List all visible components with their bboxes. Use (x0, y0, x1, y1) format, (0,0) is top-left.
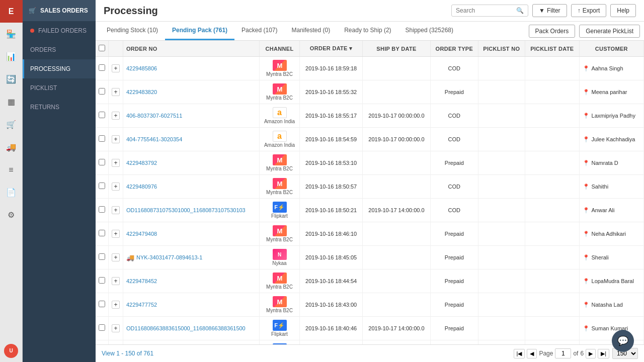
generate-picklist-button[interactable]: Generate PickList (579, 25, 640, 38)
tab-manifested[interactable]: Manifested (0) (284, 22, 337, 40)
row-checkbox-cell[interactable] (96, 199, 109, 222)
expand-button[interactable]: + (112, 135, 120, 143)
filter-button[interactable]: ▼ Filter (532, 4, 567, 17)
select-all-header[interactable] (96, 41, 109, 57)
expand-cell[interactable]: + (109, 199, 123, 222)
sidebar-item-returns[interactable]: RETURNS (23, 98, 96, 117)
row-checkbox-cell[interactable] (96, 128, 109, 151)
sidebar-icon-gear[interactable]: ⚙ (0, 204, 23, 226)
row-checkbox[interactable] (99, 159, 105, 165)
order-number[interactable]: 4229483820 (126, 89, 157, 95)
expand-button[interactable]: + (112, 64, 120, 72)
sidebar-icon-cart[interactable]: 🛒 (0, 113, 23, 136)
order-date-header[interactable]: ORDER DATE ▾ (300, 41, 363, 57)
row-checkbox[interactable] (99, 206, 105, 213)
row-checkbox-cell[interactable] (96, 151, 109, 175)
row-checkbox[interactable] (99, 230, 105, 236)
next-page-button[interactable]: ▶ (586, 349, 596, 358)
row-checkbox[interactable] (99, 183, 105, 189)
search-icon[interactable]: 🔍 (516, 7, 524, 14)
expand-button[interactable]: + (112, 206, 120, 214)
expand-button[interactable]: + (112, 112, 120, 120)
last-page-button[interactable]: ▶| (598, 349, 609, 358)
search-input[interactable] (456, 7, 516, 14)
select-all-checkbox[interactable] (99, 45, 105, 51)
sidebar-icon-store[interactable]: 🏪 (0, 23, 23, 45)
order-number[interactable]: 4229483792 (126, 160, 157, 166)
page-number-input[interactable] (555, 348, 571, 358)
prev-page-button[interactable]: ◀ (527, 349, 537, 358)
expand-cell[interactable]: + (109, 80, 123, 104)
tab-shipped[interactable]: Shipped (325268) (398, 22, 460, 40)
tab-pending-stock[interactable]: Pending Stock (10) (100, 22, 165, 40)
order-number[interactable]: 4229485806 (126, 65, 157, 71)
expand-button[interactable]: + (112, 88, 120, 96)
sidebar-icon-doc[interactable]: 📄 (0, 181, 23, 204)
expand-cell[interactable]: + (109, 128, 123, 151)
order-number[interactable]: 404-7755461-3020354 (126, 136, 182, 142)
chat-bubble[interactable]: 💬 (612, 330, 634, 352)
row-checkbox[interactable] (99, 112, 105, 118)
sidebar-icon-truck[interactable]: 🚚 (0, 136, 23, 158)
row-checkbox[interactable] (99, 253, 105, 260)
export-button[interactable]: ↑ Export (571, 4, 607, 17)
search-box[interactable]: 🔍 (451, 5, 528, 17)
row-checkbox[interactable] (99, 324, 105, 331)
row-checkbox[interactable] (99, 64, 105, 71)
expand-cell[interactable]: + (109, 317, 123, 340)
row-checkbox-cell[interactable] (96, 246, 109, 269)
row-checkbox-cell[interactable] (96, 80, 109, 104)
order-number[interactable]: 4229477752 (126, 302, 157, 308)
order-number[interactable]: 406-8037307-6027511 (126, 113, 182, 119)
expand-cell[interactable]: + (109, 151, 123, 175)
row-checkbox-cell[interactable] (96, 269, 109, 293)
expand-cell[interactable]: + (109, 222, 123, 246)
row-checkbox[interactable] (99, 301, 105, 307)
expand-cell[interactable]: + (109, 293, 123, 317)
order-number[interactable]: 4229478452 (126, 278, 157, 284)
expand-button[interactable]: + (112, 159, 120, 167)
expand-cell[interactable]: + (109, 340, 123, 345)
order-number[interactable]: 4229480976 (126, 184, 157, 190)
row-checkbox-cell[interactable] (96, 340, 109, 345)
row-checkbox-cell[interactable] (96, 222, 109, 246)
user-avatar[interactable]: U (0, 339, 23, 362)
row-checkbox[interactable] (99, 88, 105, 95)
tab-pending-pack[interactable]: Pending Pack (761) (165, 22, 234, 40)
sidebar-item-picklist[interactable]: PICKLIST (23, 78, 96, 98)
sidebar-icon-chart[interactable]: 📊 (0, 45, 23, 68)
expand-cell[interactable]: + (109, 104, 123, 128)
sidebar-item-failed-orders[interactable]: FAILED ORDERS (23, 21, 96, 40)
expand-button[interactable]: + (112, 277, 120, 285)
order-number[interactable]: OD116808663883615000_11680866388361500 (126, 325, 246, 331)
order-number[interactable]: OD116808731075301000_11680873107530103 (126, 207, 246, 213)
expand-button[interactable]: + (112, 324, 120, 332)
first-page-button[interactable]: |◀ (514, 349, 525, 358)
row-checkbox-cell[interactable] (96, 293, 109, 317)
order-number[interactable]: NYK-34031477-0894613-1 (136, 254, 203, 260)
order-number[interactable]: 4229479408 (126, 231, 157, 237)
expand-button[interactable]: + (112, 253, 120, 261)
app-logo[interactable]: E (0, 0, 23, 23)
sidebar-item-processing[interactable]: PROCESSING (23, 59, 96, 78)
tab-packed[interactable]: Packed (107) (234, 22, 284, 40)
sidebar-icon-sync[interactable]: 🔄 (0, 68, 23, 90)
expand-cell[interactable]: + (109, 269, 123, 293)
row-checkbox-cell[interactable] (96, 104, 109, 128)
expand-cell[interactable]: + (109, 57, 123, 80)
sidebar-icon-grid[interactable]: ▦ (0, 90, 23, 113)
row-checkbox-cell[interactable] (96, 175, 109, 199)
sidebar-item-orders[interactable]: ORDERS (23, 40, 96, 59)
expand-button[interactable]: + (112, 301, 120, 309)
help-button[interactable]: Help (610, 4, 636, 17)
expand-button[interactable]: + (112, 230, 120, 238)
row-checkbox-cell[interactable] (96, 317, 109, 340)
row-checkbox-cell[interactable] (96, 57, 109, 80)
row-checkbox[interactable] (99, 277, 105, 284)
tab-ready-to-ship[interactable]: Ready to Ship (2) (337, 22, 398, 40)
row-checkbox[interactable] (99, 135, 105, 142)
expand-cell[interactable]: + (109, 175, 123, 199)
expand-cell[interactable]: + (109, 246, 123, 269)
sidebar-icon-list[interactable]: ≡ (0, 158, 23, 181)
expand-button[interactable]: + (112, 183, 120, 191)
